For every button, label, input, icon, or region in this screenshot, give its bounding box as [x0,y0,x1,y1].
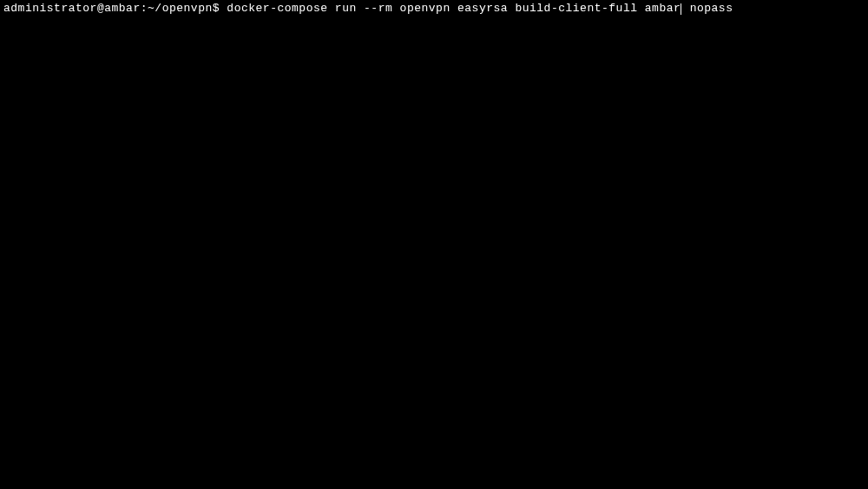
terminal-command-line[interactable]: administrator@ambar:~/openvpn$ docker-co… [3,2,865,16]
shell-prompt: administrator@ambar:~/openvpn$ [3,2,227,15]
command-text-after-cursor: nopass [682,2,733,15]
command-text-before-cursor: docker-compose run --rm openvpn easyrsa … [227,2,681,15]
